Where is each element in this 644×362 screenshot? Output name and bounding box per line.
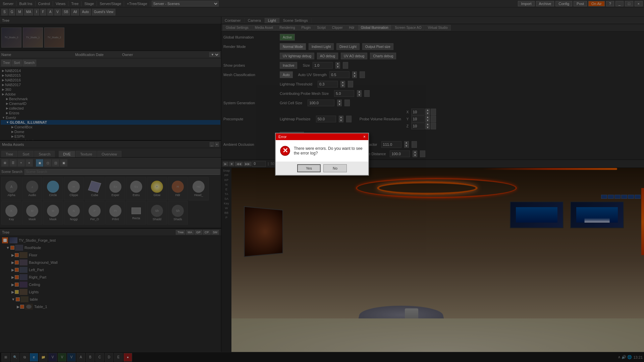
error-icon: ✕ bbox=[280, 145, 290, 156]
svg-text:✕: ✕ bbox=[282, 147, 288, 154]
dialog-close-btn[interactable]: × bbox=[363, 134, 366, 139]
dialog-yes-btn[interactable]: Yes bbox=[297, 164, 321, 172]
dialog-content: ✕ There were errors. Do you want to see … bbox=[276, 140, 368, 162]
dialog-buttons: Yes No bbox=[276, 162, 368, 175]
dialog-title: Error bbox=[278, 135, 286, 139]
error-dialog-overlay: Error × ✕ There were errors. Do you want… bbox=[0, 0, 644, 362]
error-dialog: Error × ✕ There were errors. Do you want… bbox=[275, 133, 369, 176]
dialog-message: There were errors. Do you want to see th… bbox=[294, 146, 364, 156]
dialog-titlebar: Error × bbox=[276, 133, 368, 140]
dialog-no-btn[interactable]: No bbox=[323, 164, 347, 172]
